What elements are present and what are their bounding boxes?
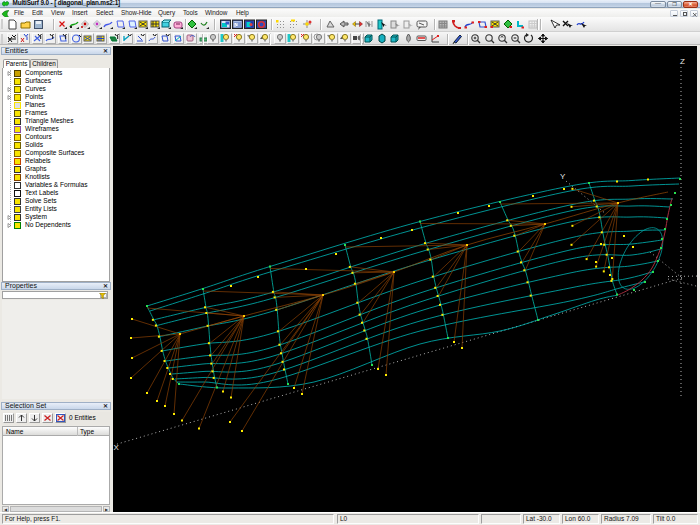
svg-text:Z: Z xyxy=(680,57,685,66)
svg-text:X: X xyxy=(114,443,120,452)
svg-text:Y: Y xyxy=(560,172,566,181)
